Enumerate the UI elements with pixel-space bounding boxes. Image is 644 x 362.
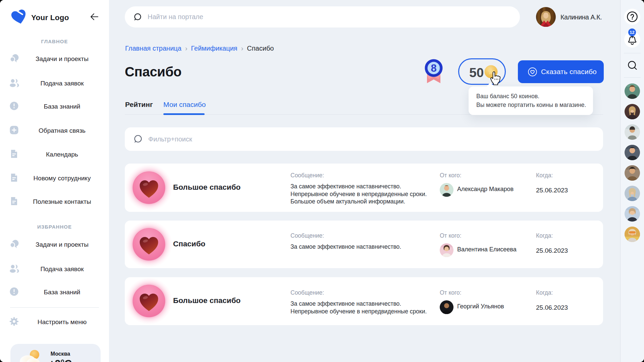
svg-text:8: 8 <box>431 62 436 74</box>
